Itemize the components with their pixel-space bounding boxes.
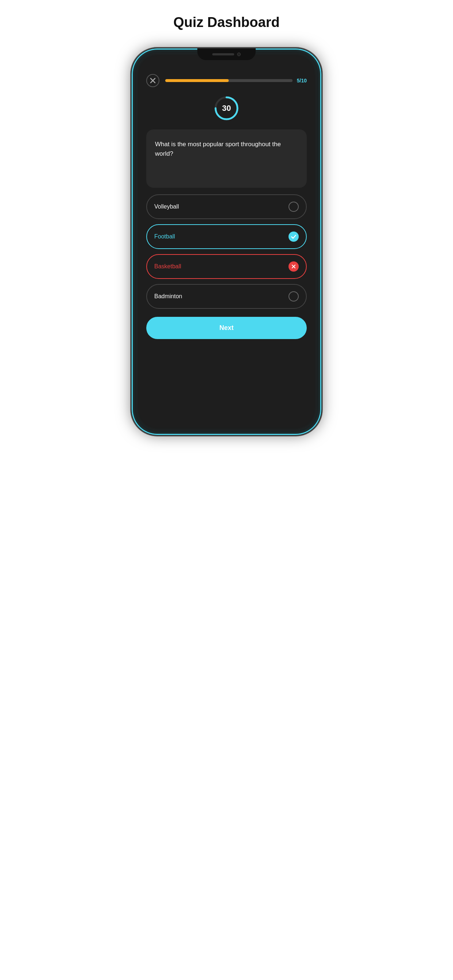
option-volleyball[interactable]: Volleyball	[146, 194, 307, 219]
page-title: Quiz Dashboard	[173, 14, 279, 30]
progress-bar-background	[165, 79, 292, 82]
notch-camera	[237, 52, 241, 56]
option-badminton-radio	[289, 291, 299, 302]
x-wrong-icon	[292, 264, 296, 269]
option-basketball-label: Basketball	[154, 263, 181, 270]
phone-frame: 5/10 30 What is the most popular sport t…	[132, 48, 321, 435]
option-badminton[interactable]: Badminton	[146, 284, 307, 309]
options-list: Volleyball Football Basketball	[146, 194, 307, 309]
progress-container: 5/10	[165, 78, 307, 83]
x-icon	[150, 78, 156, 83]
question-card: What is the most popular sport throughou…	[146, 129, 307, 188]
screen-content: 5/10 30 What is the most popular sport t…	[136, 53, 317, 431]
option-volleyball-radio	[289, 202, 299, 212]
top-bar: 5/10	[146, 74, 307, 87]
next-button[interactable]: Next	[146, 317, 307, 339]
notch-speaker	[212, 53, 234, 56]
notch	[197, 48, 256, 60]
question-text: What is the most popular sport throughou…	[155, 140, 298, 159]
option-basketball[interactable]: Basketball	[146, 254, 307, 279]
option-football-check	[289, 232, 299, 242]
option-basketball-wrong	[289, 261, 299, 272]
close-button[interactable]	[146, 74, 160, 87]
option-football[interactable]: Football	[146, 224, 307, 249]
timer-number: 30	[214, 95, 239, 121]
phone-screen: 5/10 30 What is the most popular sport t…	[136, 53, 317, 431]
timer-container: 30	[146, 95, 307, 121]
option-football-label: Football	[154, 233, 175, 240]
option-badminton-label: Badminton	[154, 293, 182, 300]
timer-circle: 30	[214, 95, 239, 121]
progress-label: 5/10	[297, 78, 307, 83]
check-icon	[291, 235, 296, 239]
progress-bar-fill	[165, 79, 229, 82]
option-volleyball-label: Volleyball	[154, 204, 179, 210]
